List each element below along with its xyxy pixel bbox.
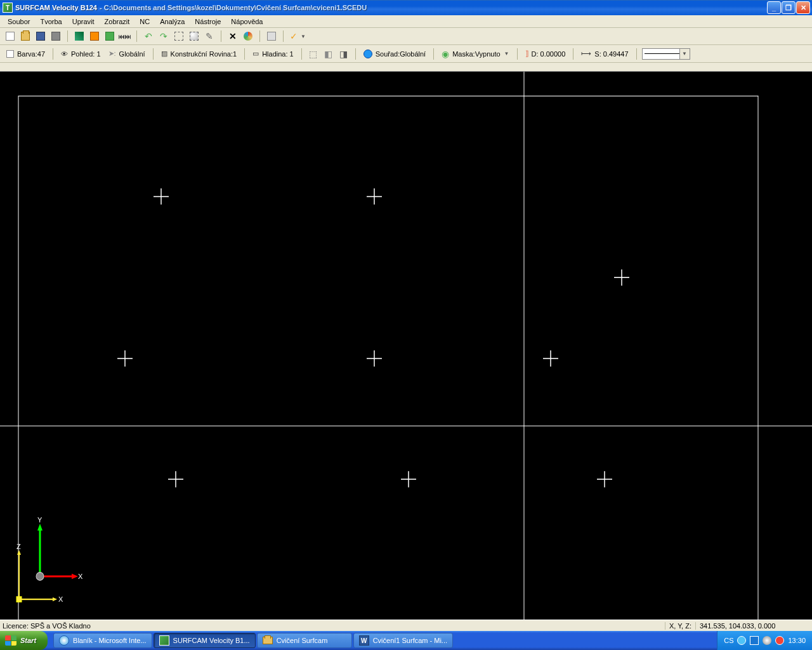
tray-icon-2[interactable] — [750, 636, 759, 645]
color-selector[interactable]: Barva:47 — [4, 50, 48, 58]
view-selector[interactable]: 👁 Pohled: 1 — [58, 50, 103, 58]
redo-icon: ↷ — [160, 31, 167, 41]
task-word-button[interactable]: W Cvičení1 Surfcam - Mi... — [353, 633, 453, 648]
file-path: - C:\Documents and Settings\kozel\Dokume… — [100, 4, 367, 11]
svg-point-27 — [36, 573, 44, 581]
zoom-window-icon — [190, 32, 199, 41]
app-icon: T — [3, 3, 13, 13]
depth-field[interactable]: ⟧ D: 0.00000 — [523, 50, 568, 58]
linestyle-selector[interactable]: ▼ — [642, 48, 690, 60]
minimize-button[interactable]: _ — [767, 1, 781, 14]
close-button[interactable]: ✕ — [796, 1, 810, 14]
svg-marker-22 — [37, 524, 43, 531]
undo-button[interactable]: ↶ — [142, 30, 155, 43]
save-button[interactable] — [34, 30, 47, 43]
new-button[interactable] — [4, 30, 16, 43]
menu-analyza[interactable]: Analýza — [155, 17, 190, 27]
task-folder-button[interactable]: Cvičení Surfcam — [257, 633, 352, 648]
cube-solid-icon: ◧ — [324, 49, 332, 59]
check-dropdown[interactable]: ✓ ▼ — [289, 30, 307, 43]
menu-napoveda[interactable]: Nápověda — [226, 17, 268, 27]
svg-marker-25 — [72, 574, 78, 580]
misc-button[interactable] — [242, 30, 254, 43]
view-iso-button[interactable]: ⬚ — [307, 48, 320, 60]
system-tray[interactable]: CS 13:30 — [717, 631, 812, 650]
cube-dark-icon: ◨ — [339, 49, 348, 59]
layer-label: Hladina: 1 — [262, 50, 294, 58]
drawing-viewport[interactable]: Y X X Z — [0, 72, 812, 620]
svg-marker-30 — [17, 550, 21, 555]
app-title: SURFCAM Velocity B124 — [15, 4, 97, 11]
start-button[interactable]: Start — [0, 631, 48, 650]
tray-icon-3[interactable] — [763, 636, 771, 645]
brush-icon: ✎ — [206, 31, 213, 41]
extents-icon — [174, 32, 183, 41]
layer-icon: ▭ — [252, 50, 259, 58]
properties-toolbar: Barva:47 👁 Pohled: 1 ➤: Globální ▨ Konst… — [0, 45, 812, 63]
undo-icon: ↶ — [145, 31, 152, 41]
open-button[interactable] — [19, 30, 32, 43]
view-shade2-button[interactable]: ◨ — [337, 48, 350, 60]
tool-a-button[interactable] — [73, 30, 86, 43]
coord-system-selector[interactable]: Souřad:Globální — [361, 50, 429, 58]
scale-field[interactable]: ⟼ S: 0.49447 — [579, 50, 631, 58]
open-folder-icon — [21, 32, 30, 41]
task-surfcam-label: SURFCAM Velocity B1... — [173, 637, 250, 644]
linestyle-preview-icon — [645, 53, 679, 54]
extents-button[interactable] — [173, 30, 185, 43]
maximize-button[interactable]: ❐ — [782, 1, 796, 14]
mask-label: Maska:Vypnuto — [452, 50, 500, 58]
redo-button[interactable]: ↷ — [157, 30, 170, 43]
main-toolbar: ⏮⏭ ↶ ↷ ✎ ✕ ✓ ▼ — [0, 28, 812, 45]
chevron-down-icon: ▼ — [679, 49, 690, 59]
color-swatch-icon — [6, 50, 14, 58]
arrow-icon — [105, 32, 114, 41]
view-label: Pohled: 1 — [71, 50, 100, 58]
language-indicator[interactable]: CS — [724, 637, 733, 644]
clock[interactable]: 13:30 — [788, 637, 806, 644]
layer-selector[interactable]: ▭ Hladina: 1 — [250, 50, 296, 58]
tool-d-button[interactable]: ⏮⏭ — [119, 30, 131, 43]
tray-icon-4[interactable] — [775, 636, 784, 645]
link-icon — [90, 32, 99, 41]
surfcam-icon — [159, 635, 169, 646]
chevron-down-icon: ▼ — [301, 34, 306, 39]
tray-icon-1[interactable] — [737, 636, 746, 645]
paint-button[interactable]: ✎ — [203, 30, 216, 43]
global-selector[interactable]: ➤: Globální — [106, 50, 148, 58]
tool-b-button[interactable] — [88, 30, 101, 43]
print-button[interactable] — [49, 30, 62, 43]
scale-icon: ⟼ — [581, 50, 591, 58]
start-label: Start — [20, 637, 36, 644]
svg-text:Z: Z — [16, 543, 21, 550]
svg-rect-0 — [18, 96, 758, 620]
word-icon: W — [359, 635, 369, 646]
menu-nc[interactable]: NC — [134, 17, 155, 27]
view-shade1-button[interactable]: ◧ — [322, 48, 335, 60]
tool-c-button[interactable] — [103, 30, 116, 43]
toolbar-spacer — [0, 63, 812, 72]
print-icon — [51, 32, 60, 41]
cube-icon: ⬚ — [309, 49, 317, 59]
zoom-window-button[interactable] — [188, 30, 200, 43]
menu-upravit[interactable]: Upravit — [67, 17, 100, 27]
license-label: Licence: SPŠ a VOŠ Kladno — [3, 622, 91, 630]
menu-soubor[interactable]: Soubor — [3, 17, 35, 27]
chevron-down-icon: ▼ — [504, 51, 509, 56]
menu-zobrazit[interactable]: Zobrazit — [100, 17, 135, 27]
mask-selector[interactable]: ◉ Maska:Vypnuto ▼ — [439, 49, 511, 59]
ie-icon — [59, 635, 69, 646]
windows-flag-icon — [5, 635, 16, 646]
delete-icon: ✕ — [229, 31, 237, 41]
coord-triad-main: Y X — [36, 516, 83, 581]
task-surfcam-button[interactable]: SURFCAM Velocity B1... — [154, 633, 256, 648]
calc-button[interactable] — [265, 30, 278, 43]
depth-label: D: 0.00000 — [532, 50, 566, 58]
menu-tvorba[interactable]: Tvorba — [35, 17, 67, 27]
delete-button[interactable]: ✕ — [226, 30, 239, 43]
task-folder-label: Cvičení Surfcam — [277, 637, 328, 644]
task-ie-button[interactable]: Blaník - Microsoft Inte... — [53, 633, 152, 648]
coord-label: Souřad:Globální — [376, 50, 426, 58]
construction-plane-selector[interactable]: ▨ Konstrukční Rovina:1 — [159, 50, 240, 58]
menu-nastroje[interactable]: Nástroje — [190, 17, 226, 27]
